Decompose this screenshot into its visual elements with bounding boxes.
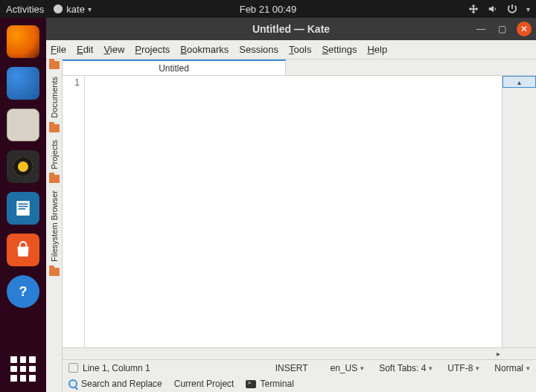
minimize-button[interactable]: — [475, 23, 487, 35]
menu-sessions[interactable]: Sessions [239, 44, 278, 55]
line-number-gutter: 1 [63, 76, 85, 347]
vertical-scrollbar[interactable]: ▴ [502, 76, 536, 347]
horizontal-scrollbar[interactable]: ▸ [63, 347, 536, 359]
insert-mode[interactable]: INSERT [275, 363, 308, 373]
left-side-panel: Documents Projects Filesystem Browser [46, 60, 63, 392]
svg-rect-3 [19, 206, 28, 208]
folder-icon [49, 175, 60, 183]
scroll-up-button[interactable]: ▴ [502, 76, 536, 88]
panel-projects[interactable]: Projects [50, 135, 59, 174]
tool-terminal[interactable]: Terminal [246, 379, 293, 389]
system-top-bar: Activities kate ▾ Feb 21 00:49 ▾ [0, 0, 536, 18]
window-title: Untitled — Kate [252, 23, 330, 35]
bottom-tool-bar: Search and Replace Current Project Termi… [63, 376, 536, 392]
folder-icon [49, 61, 60, 69]
dock-software[interactable] [7, 234, 39, 266]
svg-rect-2 [19, 204, 28, 205]
line-number: 1 [63, 77, 80, 88]
dock-help[interactable]: ? [7, 275, 39, 308]
tool-label: Search and Replace [81, 379, 162, 389]
window-titlebar[interactable]: Untitled — Kate — ▢ ✕ [46, 18, 536, 40]
menu-view[interactable]: View [103, 44, 124, 55]
tool-search-replace[interactable]: Search and Replace [68, 379, 162, 389]
editor-area: Untitled 1 ▴ ▸ Line 1, Column 1 INSERT e… [63, 60, 536, 392]
maximize-button[interactable]: ▢ [496, 23, 508, 35]
terminal-icon [246, 380, 256, 388]
dock-files[interactable] [7, 109, 39, 141]
svg-text:?: ? [19, 284, 28, 299]
volume-icon[interactable] [488, 4, 498, 14]
menu-file[interactable]: File [51, 44, 66, 55]
launcher-dock: ? [0, 18, 46, 392]
menu-edit[interactable]: Edit [77, 44, 93, 55]
dock-firefox[interactable] [7, 25, 39, 58]
encoding-selector[interactable]: UTF-8 [447, 363, 479, 373]
status-bar: Line 1, Column 1 INSERT en_US Soft Tabs:… [63, 359, 536, 376]
question-icon: ? [14, 283, 32, 301]
active-app-label: kate [66, 4, 85, 15]
active-app-menu[interactable]: kate ▾ [53, 4, 92, 15]
tab-untitled[interactable]: Untitled [63, 60, 286, 75]
chevron-down-icon: ▾ [88, 5, 92, 13]
folder-icon [49, 268, 60, 276]
locale-selector[interactable]: en_US [330, 363, 364, 373]
editmode-selector[interactable]: Normal [494, 363, 530, 373]
shopping-bag-icon [13, 240, 33, 260]
status-doc-icon[interactable] [68, 363, 78, 373]
indent-selector[interactable]: Soft Tabs: 4 [379, 363, 433, 373]
activities-button[interactable]: Activities [6, 4, 44, 15]
tool-current-project[interactable]: Current Project [174, 379, 234, 389]
kate-window: Untitled — Kate — ▢ ✕ File Edit View Pro… [46, 18, 536, 392]
svg-rect-4 [19, 208, 26, 210]
tool-label: Terminal [260, 379, 293, 389]
folder-icon [49, 124, 60, 132]
menu-projects[interactable]: Projects [135, 44, 170, 55]
menu-bar: File Edit View Projects Bookmarks Sessio… [46, 40, 536, 60]
show-applications[interactable] [10, 356, 36, 382]
close-button[interactable]: ✕ [517, 22, 532, 36]
dock-thunderbird[interactable] [7, 67, 39, 100]
dock-writer[interactable] [7, 192, 39, 225]
cursor-position[interactable]: Line 1, Column 1 [83, 363, 150, 373]
network-icon[interactable] [468, 4, 479, 14]
system-menu-chevron-icon[interactable]: ▾ [526, 5, 530, 13]
panel-filesystem-browser[interactable]: Filesystem Browser [50, 186, 59, 266]
menu-tools[interactable]: Tools [289, 44, 311, 55]
menu-bookmarks[interactable]: Bookmarks [180, 44, 229, 55]
panel-documents[interactable]: Documents [50, 72, 59, 123]
svg-point-0 [54, 4, 63, 13]
menu-help[interactable]: Help [367, 44, 387, 55]
search-icon [68, 379, 77, 388]
text-editor[interactable] [85, 76, 502, 347]
dock-rhythmbox[interactable] [7, 150, 39, 183]
document-icon [13, 199, 33, 218]
power-icon[interactable] [507, 4, 517, 14]
kate-app-icon [53, 4, 63, 14]
tab-strip: Untitled [63, 60, 536, 76]
menu-settings[interactable]: Settings [322, 44, 357, 55]
clock[interactable]: Feb 21 00:49 [240, 4, 297, 15]
